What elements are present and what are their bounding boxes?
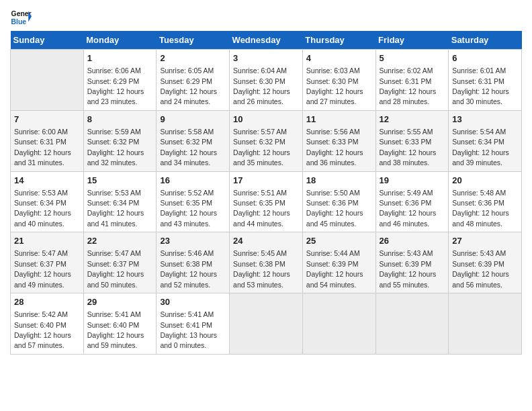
day-cell: 9Sunrise: 5:58 AM Sunset: 6:32 PM Daylig… xyxy=(157,110,230,171)
header-cell-friday: Friday xyxy=(375,31,449,50)
day-cell: 18Sunrise: 5:50 AM Sunset: 6:36 PM Dayli… xyxy=(302,171,375,232)
day-number: 5 xyxy=(380,52,445,64)
day-cell xyxy=(375,293,449,355)
day-detail: Sunrise: 6:03 AM Sunset: 6:30 PM Dayligh… xyxy=(306,66,363,105)
day-number: 11 xyxy=(306,113,372,126)
day-cell: 23Sunrise: 5:46 AM Sunset: 6:38 PM Dayli… xyxy=(157,232,230,293)
day-cell: 2Sunrise: 6:05 AM Sunset: 6:29 PM Daylig… xyxy=(157,50,230,111)
week-row-4: 21Sunrise: 5:47 AM Sunset: 6:37 PM Dayli… xyxy=(11,232,522,293)
day-number: 26 xyxy=(380,235,445,247)
day-detail: Sunrise: 5:44 AM Sunset: 6:39 PM Dayligh… xyxy=(306,249,363,288)
header-row: SundayMondayTuesdayWednesdayThursdayFrid… xyxy=(11,31,522,50)
day-detail: Sunrise: 5:55 AM Sunset: 6:33 PM Dayligh… xyxy=(380,128,437,167)
day-detail: Sunrise: 5:50 AM Sunset: 6:36 PM Dayligh… xyxy=(306,189,363,228)
day-number: 23 xyxy=(160,235,226,247)
day-detail: Sunrise: 6:02 AM Sunset: 6:31 PM Dayligh… xyxy=(380,66,437,105)
day-cell: 21Sunrise: 5:47 AM Sunset: 6:37 PM Dayli… xyxy=(11,232,84,293)
week-row-2: 7Sunrise: 6:00 AM Sunset: 6:31 PM Daylig… xyxy=(11,110,522,171)
calendar-header: SundayMondayTuesdayWednesdayThursdayFrid… xyxy=(11,31,522,50)
day-detail: Sunrise: 5:51 AM Sunset: 6:35 PM Dayligh… xyxy=(233,189,290,228)
day-cell: 19Sunrise: 5:49 AM Sunset: 6:36 PM Dayli… xyxy=(375,171,449,232)
day-cell: 8Sunrise: 5:59 AM Sunset: 6:32 PM Daylig… xyxy=(83,110,157,171)
calendar-table: SundayMondayTuesdayWednesdayThursdayFrid… xyxy=(10,31,522,355)
day-detail: Sunrise: 5:47 AM Sunset: 6:37 PM Dayligh… xyxy=(87,249,144,288)
week-row-3: 14Sunrise: 5:53 AM Sunset: 6:34 PM Dayli… xyxy=(11,171,522,232)
header-cell-saturday: Saturday xyxy=(449,31,522,50)
day-cell: 27Sunrise: 5:43 AM Sunset: 6:39 PM Dayli… xyxy=(449,232,522,293)
day-cell xyxy=(230,293,303,355)
day-number: 16 xyxy=(160,175,226,187)
calendar-body: 1Sunrise: 6:06 AM Sunset: 6:29 PM Daylig… xyxy=(11,50,522,355)
day-number: 13 xyxy=(452,113,518,126)
day-detail: Sunrise: 5:57 AM Sunset: 6:32 PM Dayligh… xyxy=(233,128,290,167)
day-detail: Sunrise: 5:41 AM Sunset: 6:40 PM Dayligh… xyxy=(87,310,144,349)
day-detail: Sunrise: 5:56 AM Sunset: 6:33 PM Dayligh… xyxy=(306,128,363,167)
day-number: 17 xyxy=(233,175,299,187)
day-cell: 30Sunrise: 5:41 AM Sunset: 6:41 PM Dayli… xyxy=(157,293,230,355)
day-number: 8 xyxy=(87,113,153,126)
day-cell: 13Sunrise: 5:54 AM Sunset: 6:34 PM Dayli… xyxy=(449,110,522,171)
day-number: 14 xyxy=(14,175,80,187)
day-detail: Sunrise: 6:06 AM Sunset: 6:29 PM Dayligh… xyxy=(87,66,144,105)
week-row-1: 1Sunrise: 6:06 AM Sunset: 6:29 PM Daylig… xyxy=(11,50,522,111)
week-row-5: 28Sunrise: 5:42 AM Sunset: 6:40 PM Dayli… xyxy=(11,293,522,355)
day-number: 21 xyxy=(14,235,80,247)
day-cell: 12Sunrise: 5:55 AM Sunset: 6:33 PM Dayli… xyxy=(375,110,449,171)
header: General Blue xyxy=(10,7,522,28)
day-number: 25 xyxy=(306,235,372,247)
day-number: 10 xyxy=(233,113,299,126)
day-detail: Sunrise: 5:58 AM Sunset: 6:32 PM Dayligh… xyxy=(160,128,217,167)
day-cell: 26Sunrise: 5:43 AM Sunset: 6:39 PM Dayli… xyxy=(375,232,449,293)
logo: General Blue xyxy=(10,7,32,28)
day-number: 29 xyxy=(87,296,153,308)
day-cell: 14Sunrise: 5:53 AM Sunset: 6:34 PM Dayli… xyxy=(11,171,84,232)
day-cell: 28Sunrise: 5:42 AM Sunset: 6:40 PM Dayli… xyxy=(11,293,84,355)
day-detail: Sunrise: 6:00 AM Sunset: 6:31 PM Dayligh… xyxy=(14,128,71,167)
day-cell: 7Sunrise: 6:00 AM Sunset: 6:31 PM Daylig… xyxy=(11,110,84,171)
day-detail: Sunrise: 6:04 AM Sunset: 6:30 PM Dayligh… xyxy=(233,66,290,105)
day-cell: 17Sunrise: 5:51 AM Sunset: 6:35 PM Dayli… xyxy=(230,171,303,232)
page-container: General Blue SundayMondayTuesdayWednesda… xyxy=(10,7,522,355)
day-number: 22 xyxy=(87,235,153,247)
day-cell xyxy=(11,50,84,111)
day-cell: 29Sunrise: 5:41 AM Sunset: 6:40 PM Dayli… xyxy=(83,293,157,355)
day-detail: Sunrise: 6:05 AM Sunset: 6:29 PM Dayligh… xyxy=(160,66,217,105)
day-detail: Sunrise: 5:48 AM Sunset: 6:36 PM Dayligh… xyxy=(452,189,509,228)
day-detail: Sunrise: 5:43 AM Sunset: 6:39 PM Dayligh… xyxy=(452,249,509,288)
header-cell-wednesday: Wednesday xyxy=(230,31,303,50)
day-cell: 10Sunrise: 5:57 AM Sunset: 6:32 PM Dayli… xyxy=(230,110,303,171)
day-number: 4 xyxy=(306,52,372,64)
day-cell xyxy=(302,293,375,355)
day-number: 15 xyxy=(87,175,153,187)
day-detail: Sunrise: 5:49 AM Sunset: 6:36 PM Dayligh… xyxy=(380,189,437,228)
day-number: 1 xyxy=(87,52,153,64)
day-detail: Sunrise: 5:54 AM Sunset: 6:34 PM Dayligh… xyxy=(452,128,509,167)
day-cell: 1Sunrise: 6:06 AM Sunset: 6:29 PM Daylig… xyxy=(83,50,157,111)
day-detail: Sunrise: 5:53 AM Sunset: 6:34 PM Dayligh… xyxy=(87,189,144,228)
day-cell: 24Sunrise: 5:45 AM Sunset: 6:38 PM Dayli… xyxy=(230,232,303,293)
day-cell: 5Sunrise: 6:02 AM Sunset: 6:31 PM Daylig… xyxy=(375,50,449,111)
day-cell: 15Sunrise: 5:53 AM Sunset: 6:34 PM Dayli… xyxy=(83,171,157,232)
day-cell: 25Sunrise: 5:44 AM Sunset: 6:39 PM Dayli… xyxy=(302,232,375,293)
day-detail: Sunrise: 5:43 AM Sunset: 6:39 PM Dayligh… xyxy=(380,249,437,288)
day-number: 7 xyxy=(14,113,80,126)
header-cell-sunday: Sunday xyxy=(11,31,84,50)
day-cell: 4Sunrise: 6:03 AM Sunset: 6:30 PM Daylig… xyxy=(302,50,375,111)
day-number: 19 xyxy=(380,175,445,187)
day-cell: 22Sunrise: 5:47 AM Sunset: 6:37 PM Dayli… xyxy=(83,232,157,293)
day-number: 18 xyxy=(306,175,372,187)
day-detail: Sunrise: 5:45 AM Sunset: 6:38 PM Dayligh… xyxy=(233,249,290,288)
day-number: 28 xyxy=(14,296,80,308)
day-cell: 16Sunrise: 5:52 AM Sunset: 6:35 PM Dayli… xyxy=(157,171,230,232)
day-detail: Sunrise: 5:41 AM Sunset: 6:41 PM Dayligh… xyxy=(160,310,217,349)
svg-text:Blue: Blue xyxy=(11,18,27,26)
day-cell: 20Sunrise: 5:48 AM Sunset: 6:36 PM Dayli… xyxy=(449,171,522,232)
header-cell-monday: Monday xyxy=(83,31,157,50)
day-cell: 11Sunrise: 5:56 AM Sunset: 6:33 PM Dayli… xyxy=(302,110,375,171)
day-number: 9 xyxy=(160,113,226,126)
logo-icon: General Blue xyxy=(10,7,32,28)
day-detail: Sunrise: 5:59 AM Sunset: 6:32 PM Dayligh… xyxy=(87,128,144,167)
day-detail: Sunrise: 5:46 AM Sunset: 6:38 PM Dayligh… xyxy=(160,249,217,288)
day-detail: Sunrise: 5:52 AM Sunset: 6:35 PM Dayligh… xyxy=(160,189,217,228)
day-number: 3 xyxy=(233,52,299,64)
